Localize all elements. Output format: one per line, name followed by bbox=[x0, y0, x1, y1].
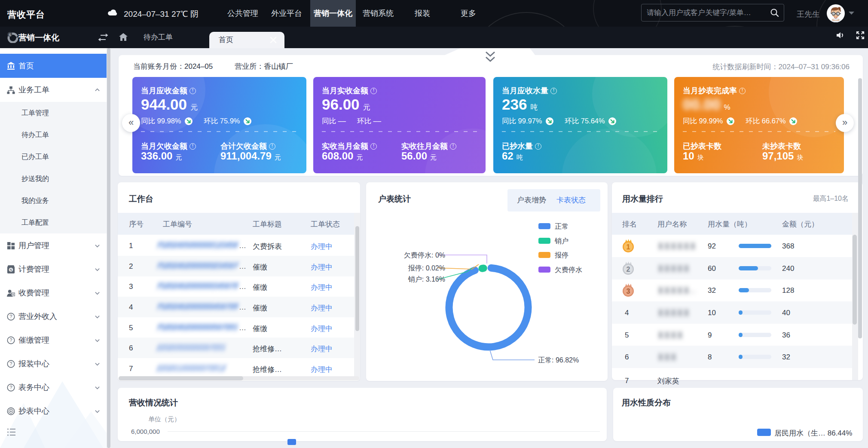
svg-text:?: ? bbox=[9, 361, 12, 366]
svg-text:?: ? bbox=[9, 338, 12, 343]
svg-text:6: 6 bbox=[9, 33, 11, 37]
svg-text:?: ? bbox=[9, 314, 12, 319]
svg-text:S: S bbox=[9, 267, 12, 272]
svg-text:?: ? bbox=[9, 385, 12, 390]
